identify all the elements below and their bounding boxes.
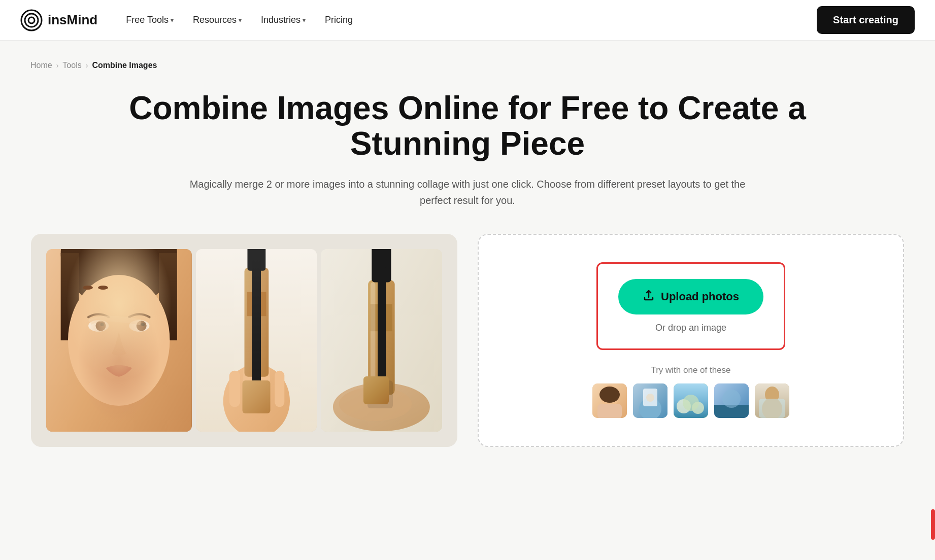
svg-rect-6 xyxy=(159,253,177,340)
breadcrumb-separator-2: › xyxy=(86,61,88,69)
navbar: insMind Free Tools ▾ Resources ▾ Industr… xyxy=(0,0,935,41)
logo-text: insMind xyxy=(48,12,97,28)
svg-point-11 xyxy=(129,320,149,332)
upload-drop-zone[interactable]: Upload photos Or drop an image xyxy=(596,262,785,350)
logo[interactable]: insMind xyxy=(20,9,97,31)
svg-rect-21 xyxy=(247,249,265,271)
collage-image-1 xyxy=(46,249,192,432)
svg-text:Y: Y xyxy=(253,300,259,309)
svg-rect-14 xyxy=(196,249,317,432)
svg-rect-50 xyxy=(759,399,785,418)
svg-rect-16 xyxy=(229,370,240,407)
chevron-down-icon: ▾ xyxy=(239,17,242,24)
sample-thumb-1[interactable] xyxy=(592,383,627,418)
upload-button-label: Upload photos xyxy=(661,290,739,303)
svg-point-9 xyxy=(95,321,106,331)
svg-point-1 xyxy=(25,14,38,27)
chevron-down-icon: ▾ xyxy=(171,17,174,24)
sample-thumb-4[interactable] xyxy=(714,383,749,418)
sample-thumb-2[interactable] xyxy=(633,383,667,418)
breadcrumb-current: Combine Images xyxy=(92,61,157,70)
panels-container: Y xyxy=(31,234,904,447)
collage-image-2: Y xyxy=(196,249,317,432)
upload-icon xyxy=(643,289,655,304)
svg-point-2 xyxy=(28,17,35,23)
svg-point-13 xyxy=(141,323,145,326)
sample-thumbs-container xyxy=(592,383,789,418)
chevron-down-icon: ▾ xyxy=(303,17,306,24)
svg-point-46 xyxy=(722,390,741,408)
nav-links: Free Tools ▾ Resources ▾ Industries ▾ Pr… xyxy=(118,11,817,29)
svg-rect-20 xyxy=(244,268,269,377)
sample-thumb-3[interactable] xyxy=(674,383,708,418)
svg-point-10 xyxy=(101,323,104,326)
main-content: Home › Tools › Combine Images Combine Im… xyxy=(0,41,935,560)
svg-point-26 xyxy=(339,387,412,421)
samples-label: Try with one of these xyxy=(651,365,730,375)
nav-item-resources[interactable]: Resources ▾ xyxy=(185,11,250,29)
breadcrumb-home[interactable]: Home xyxy=(30,61,52,70)
svg-text:Y: Y xyxy=(378,312,385,323)
page-subtitle: Magically merge 2 or more images into a … xyxy=(188,176,747,208)
svg-point-34 xyxy=(599,387,620,403)
svg-point-8 xyxy=(88,320,109,332)
breadcrumb-separator-1: › xyxy=(56,61,59,69)
collage-preview-panel: Y xyxy=(31,234,457,447)
breadcrumb: Home › Tools › Combine Images xyxy=(30,61,905,70)
scrollbar[interactable] xyxy=(931,509,935,540)
collage-grid: Y xyxy=(46,249,442,432)
svg-point-12 xyxy=(137,321,147,331)
sample-thumb-5[interactable] xyxy=(755,383,789,418)
logo-icon xyxy=(20,9,43,31)
svg-point-39 xyxy=(646,394,654,402)
nav-item-industries[interactable]: Industries ▾ xyxy=(253,11,314,29)
nav-item-free-tools[interactable]: Free Tools ▾ xyxy=(118,11,182,29)
samples-section: Try with one of these xyxy=(499,365,883,418)
upload-photos-button[interactable]: Upload photos xyxy=(618,279,763,314)
svg-rect-28 xyxy=(372,249,391,282)
upload-panel: Upload photos Or drop an image Try with … xyxy=(478,234,904,447)
svg-point-43 xyxy=(683,395,699,411)
svg-rect-35 xyxy=(597,404,622,418)
collage-image-3: Y xyxy=(321,249,442,432)
breadcrumb-tools[interactable]: Tools xyxy=(62,61,81,70)
svg-point-7 xyxy=(68,275,170,406)
svg-rect-5 xyxy=(61,253,79,340)
svg-rect-19 xyxy=(275,370,284,407)
drop-text: Or drop an image xyxy=(655,323,726,333)
nav-item-pricing[interactable]: Pricing xyxy=(317,11,361,29)
svg-rect-31 xyxy=(371,282,376,391)
svg-rect-22 xyxy=(247,292,266,316)
start-creating-button[interactable]: Start creating xyxy=(817,6,915,34)
svg-point-4 xyxy=(61,249,177,308)
page-title: Combine Images Online for Free to Create… xyxy=(112,90,823,162)
svg-rect-3 xyxy=(46,249,192,432)
